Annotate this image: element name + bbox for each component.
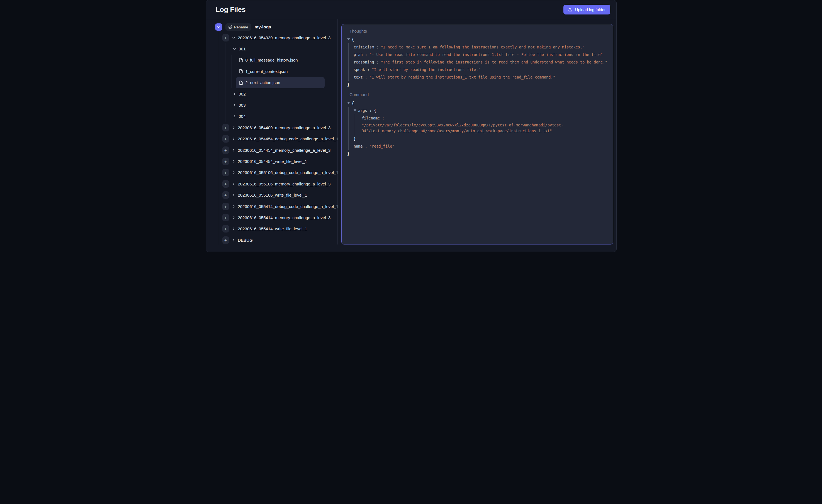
close-brace: }	[354, 136, 356, 141]
chevron-right-icon[interactable]	[232, 126, 236, 129]
collapse-triangle-icon[interactable]	[354, 109, 356, 111]
root-folder-name: my-logs	[255, 25, 271, 30]
folder-row[interactable]: +20230616_054454_debug_code_challenge_a_…	[219, 133, 338, 145]
chevron-right-icon[interactable]	[232, 216, 236, 219]
file-row-selected[interactable]: 2_next_action.json	[236, 77, 325, 88]
folder-name: 20230616_054454_debug_code_challenge_a_l…	[238, 136, 338, 141]
add-annotation-button[interactable]: +	[223, 124, 229, 131]
json-value: "I need to make sure I am following the …	[381, 45, 585, 49]
folder-name: 20230616_055414_write_file_level_1	[238, 226, 307, 231]
chevron-right-icon[interactable]	[232, 148, 236, 152]
folder-row[interactable]: +20230616_055106_write_file_level_1	[219, 189, 338, 200]
json-value: "read_file"	[370, 144, 394, 148]
add-annotation-button[interactable]: +	[223, 236, 229, 244]
add-annotation-button[interactable]: +	[223, 191, 229, 199]
folder-row[interactable]: 004	[226, 111, 338, 122]
json-entry: reasoning : "The first step in following…	[354, 58, 607, 66]
rename-button[interactable]: Rename	[226, 23, 251, 31]
folder-row[interactable]: +20230616_055106_memory_challenge_a_leve…	[219, 178, 338, 189]
folder-row[interactable]: +20230616_055414_memory_challenge_a_leve…	[219, 212, 338, 223]
json-key: name :	[354, 144, 370, 148]
chevron-down-icon[interactable]	[233, 47, 236, 51]
folder-row[interactable]: +20230616_054454_write_file_level_1	[219, 156, 338, 167]
chevron-right-icon[interactable]	[232, 205, 236, 208]
file-tree: +20230616_054339_memory_challenge_a_leve…	[219, 32, 338, 244]
add-annotation-button[interactable]: +	[223, 158, 229, 165]
chevron-right-icon[interactable]	[232, 193, 236, 197]
file-name: 0_full_message_history.json	[246, 58, 298, 62]
detail-panel-area: Thoughts{criticism : "I need to make sur…	[338, 19, 616, 244]
chevron-right-icon[interactable]	[233, 92, 236, 96]
json-key: text :	[354, 75, 370, 79]
folder-row[interactable]: +20230616_054409_memory_challenge_a_leve…	[219, 122, 338, 133]
file-row[interactable]: 0_full_message_history.json	[236, 55, 325, 66]
add-annotation-button[interactable]: +	[223, 34, 229, 41]
folder-row[interactable]: +20230616_055414_write_file_level_1	[219, 223, 338, 234]
folder-row[interactable]: +20230616_054339_memory_challenge_a_leve…	[219, 32, 338, 43]
folder-name: DEBUG	[238, 238, 253, 243]
sidebar: Rename my-logs +20230616_054339_memory_c…	[206, 19, 338, 244]
chevron-right-icon[interactable]	[232, 182, 236, 186]
add-annotation-button[interactable]: +	[223, 225, 229, 233]
json-value: "/private/var/folders/lx/cvc0bpt93vx2mcw…	[362, 122, 571, 135]
header: Log Files Upload log folder	[206, 0, 616, 19]
add-annotation-button[interactable]: +	[223, 180, 229, 188]
folder-row[interactable]: 002	[226, 88, 338, 99]
chevron-down-icon[interactable]	[232, 36, 236, 40]
folder-row[interactable]: +20230616_055106_debug_code_challenge_a_…	[219, 167, 338, 178]
json-key: args :	[358, 108, 374, 113]
chevron-right-icon[interactable]	[232, 160, 236, 163]
open-brace: {	[352, 37, 354, 42]
app-container: Log Files Upload log folder	[206, 0, 616, 252]
json-children: filename : "/private/var/folders/lx/cvc0…	[355, 114, 607, 135]
chevron-right-icon[interactable]	[232, 137, 236, 141]
folder-row[interactable]: 003	[226, 99, 338, 111]
collapse-triangle-icon[interactable]	[347, 102, 350, 104]
file-name: 1_current_context.json	[246, 69, 288, 74]
upload-button-label: Upload log folder	[575, 8, 606, 12]
folder-name: 20230616_054409_memory_challenge_a_level…	[238, 125, 331, 130]
chevron-right-icon[interactable]	[232, 238, 236, 242]
json-key: reasoning :	[354, 60, 381, 64]
folder-row[interactable]: +20230616_055414_debug_code_challenge_a_…	[219, 201, 338, 212]
chevron-right-icon[interactable]	[232, 227, 236, 231]
json-open-line: {	[347, 36, 607, 43]
folder-name: 20230616_055106_memory_challenge_a_level…	[238, 182, 331, 186]
file-row[interactable]: 1_current_context.json	[236, 66, 325, 77]
json-entry: plan : "- Use the read_file command to r…	[354, 51, 607, 58]
json-key: plan :	[354, 52, 370, 57]
page-title: Log Files	[216, 6, 246, 14]
file-icon	[239, 58, 243, 62]
chevron-right-icon[interactable]	[233, 103, 236, 107]
upload-log-folder-button[interactable]: Upload log folder	[563, 5, 610, 14]
add-annotation-button[interactable]: +	[223, 146, 229, 154]
chevron-right-icon[interactable]	[232, 171, 236, 174]
root-collapse-button[interactable]	[215, 23, 223, 31]
folder-name: 20230616_054454_write_file_level_1	[238, 159, 307, 164]
json-close-line: }	[347, 81, 607, 88]
add-annotation-button[interactable]: +	[223, 169, 229, 176]
add-annotation-button[interactable]: +	[223, 135, 229, 143]
add-annotation-button[interactable]: +	[223, 203, 229, 210]
folder-row[interactable]: +DEBUG	[219, 234, 338, 244]
chevron-right-icon[interactable]	[233, 114, 236, 118]
json-value: "I will start by reading the instruction…	[370, 75, 555, 79]
collapse-triangle-icon[interactable]	[347, 38, 350, 40]
folder-name: 20230616_055106_debug_code_challenge_a_l…	[238, 170, 338, 175]
rename-button-label: Rename	[234, 25, 248, 29]
open-brace: {	[374, 108, 376, 113]
json-key: speak :	[354, 67, 372, 72]
add-annotation-button[interactable]: +	[223, 214, 229, 221]
json-entry: speak : "I will start by reading the ins…	[354, 66, 607, 73]
folder-name: 20230616_055414_memory_challenge_a_level…	[238, 215, 331, 220]
root-row: Rename my-logs	[215, 23, 338, 31]
chevron-down-icon	[217, 25, 221, 29]
json-viewer: {args : {filename : "/private/var/folder…	[347, 99, 607, 157]
folder-name: 20230616_055414_debug_code_challenge_a_l…	[238, 204, 338, 209]
json-children: criticism : "I need to make sure I am fo…	[348, 43, 607, 81]
json-key: filename :	[362, 116, 386, 120]
close-brace: }	[347, 82, 349, 87]
folder-row[interactable]: +20230616_054454_memory_challenge_a_leve…	[219, 145, 338, 156]
folder-name: 002	[239, 92, 246, 96]
folder-row[interactable]: 001	[226, 43, 338, 54]
